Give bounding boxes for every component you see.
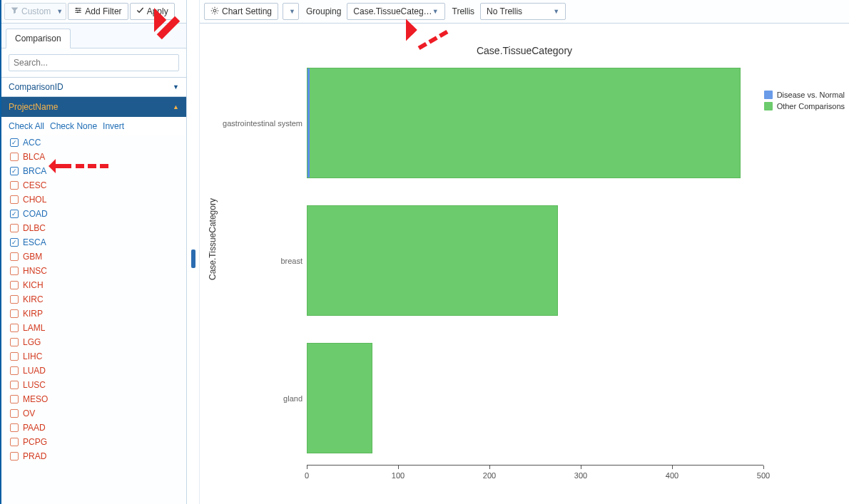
chart-area: Case.TissueCategory Case.TissueCategory …: [200, 24, 849, 504]
checkbox[interactable]: [10, 409, 19, 418]
bar-row: gastrointestinal system: [307, 68, 741, 178]
x-tick-label: 0: [305, 471, 309, 480]
project-label: COAD: [23, 209, 48, 219]
project-item-esca[interactable]: ✓ESCA: [9, 235, 182, 250]
checkbox[interactable]: [10, 181, 19, 190]
checkbox[interactable]: ✓: [10, 238, 19, 247]
legend-item-disease-vs-normal[interactable]: Disease vs. Normal: [764, 91, 845, 99]
checkbox[interactable]: [10, 252, 19, 261]
gear-icon: [210, 6, 219, 17]
project-item-prad[interactable]: PRAD: [9, 449, 182, 463]
project-item-gbm[interactable]: GBM: [9, 250, 182, 264]
project-item-lusc[interactable]: LUSC: [9, 378, 182, 392]
project-item-chol[interactable]: CHOL: [9, 192, 182, 207]
checkbox[interactable]: [10, 295, 19, 304]
checkbox[interactable]: [10, 324, 19, 332]
project-item-hnsc[interactable]: HNSC: [9, 264, 182, 278]
custom-filter-label: Custom: [21, 6, 51, 16]
checkbox[interactable]: ✓: [10, 167, 19, 175]
project-item-meso[interactable]: MESO: [9, 392, 182, 406]
project-item-laml[interactable]: LAML: [9, 321, 182, 335]
project-item-ov[interactable]: OV: [9, 406, 182, 421]
project-label: BRCA: [23, 166, 46, 176]
project-item-acc[interactable]: ✓ACC: [9, 135, 182, 150]
bar-other-comparisons[interactable]: [307, 205, 558, 316]
checkbox[interactable]: [10, 452, 19, 461]
project-label: PAAD: [23, 423, 46, 433]
tab-comparison[interactable]: Comparison: [6, 29, 71, 48]
checkbox[interactable]: [10, 395, 19, 403]
checkbox[interactable]: ✓: [10, 138, 19, 147]
check-all-link[interactable]: Check All: [9, 121, 44, 131]
project-label: OV: [23, 408, 35, 418]
caret-down-icon: ▼: [289, 8, 295, 15]
checkbox[interactable]: [10, 309, 19, 318]
checkbox[interactable]: [10, 423, 19, 432]
checkbox[interactable]: [10, 195, 19, 204]
checkbox[interactable]: ✓: [10, 210, 19, 218]
checkbox[interactable]: [10, 438, 19, 446]
checkbox[interactable]: [10, 381, 19, 389]
x-tick-label: 100: [392, 471, 405, 480]
comparison-id-label: ComparisonID: [9, 82, 63, 92]
annotation-arrow-grouping: [398, 22, 455, 65]
bar-other-comparisons[interactable]: [307, 68, 741, 178]
project-item-coad[interactable]: ✓COAD: [9, 207, 182, 221]
bar-other-comparisons[interactable]: [307, 343, 372, 453]
grouping-label: Grouping: [303, 6, 342, 16]
checkbox[interactable]: [10, 281, 19, 289]
project-item-kich[interactable]: KICH: [9, 278, 182, 292]
project-item-dlbc[interactable]: DLBC: [9, 221, 182, 235]
search-input[interactable]: [9, 54, 179, 71]
comparison-id-header[interactable]: ComparisonID ▼: [1, 77, 186, 97]
caret-down-icon: ▼: [432, 8, 439, 15]
add-filter-button[interactable]: Add Filter: [68, 3, 128, 20]
project-item-cesc[interactable]: CESC: [9, 178, 182, 192]
project-label: LAML: [23, 323, 45, 333]
legend-label-1: Disease vs. Normal: [777, 91, 845, 99]
check-icon: [136, 6, 144, 16]
x-tick: [398, 466, 399, 469]
checkbox[interactable]: [10, 267, 19, 275]
custom-filter-button[interactable]: Custom ▼: [4, 3, 66, 20]
project-item-brca[interactable]: ✓BRCA: [9, 164, 182, 178]
chart-setting-button[interactable]: Chart Setting: [204, 3, 278, 20]
project-item-pcpg[interactable]: PCPG: [9, 435, 182, 449]
apply-button[interactable]: Apply: [130, 3, 175, 20]
legend-item-other-comparisons[interactable]: Other Comparisons: [764, 102, 845, 110]
project-item-paad[interactable]: PAAD: [9, 421, 182, 435]
y-axis-title: Case.TissueCategory: [208, 198, 218, 280]
splitter[interactable]: [187, 0, 200, 504]
project-item-lgg[interactable]: LGG: [9, 335, 182, 349]
project-item-luad[interactable]: LUAD: [9, 364, 182, 378]
splitter-handle-icon: [191, 250, 195, 268]
project-label: LIHC: [23, 351, 42, 361]
checkbox[interactable]: [10, 153, 19, 161]
checkbox[interactable]: [10, 366, 19, 375]
project-item-blca[interactable]: BLCA: [9, 150, 182, 164]
project-label: ESCA: [23, 237, 46, 247]
project-label: KICH: [23, 280, 44, 290]
trellis-dropdown[interactable]: No Trellis ▼: [480, 3, 566, 20]
chart-setting-split-button[interactable]: ▼: [283, 3, 299, 20]
project-item-kirp[interactable]: KIRP: [9, 307, 182, 321]
invert-link[interactable]: Invert: [103, 121, 124, 131]
project-name-label: ProjectName: [9, 102, 58, 112]
project-label: LUSC: [23, 380, 46, 390]
project-item-lihc[interactable]: LIHC: [9, 349, 182, 364]
chart-setting-label: Chart Setting: [222, 6, 272, 16]
checkbox[interactable]: [10, 352, 19, 361]
project-list[interactable]: ✓ACCBLCA✓BRCACESCCHOL✓COADDLBC✓ESCAGBMHN…: [1, 135, 186, 504]
project-item-kirc[interactable]: KIRC: [9, 292, 182, 307]
y-category-label: gastrointestinal system: [223, 119, 303, 128]
project-label: PCPG: [23, 437, 47, 447]
sidebar: Custom ▼ Add Filter Apply Comparison: [1, 0, 187, 504]
bar-disease-vs-normal[interactable]: [307, 68, 310, 178]
x-tick: [307, 466, 307, 469]
project-label: PRAD: [23, 451, 46, 461]
checkbox[interactable]: [10, 224, 19, 232]
project-name-header[interactable]: ProjectName ▲: [1, 97, 186, 117]
check-none-link[interactable]: Check None: [50, 121, 97, 131]
checkbox[interactable]: [10, 338, 19, 346]
grouping-dropdown[interactable]: Case.TissueCateg… ▼: [347, 3, 444, 20]
